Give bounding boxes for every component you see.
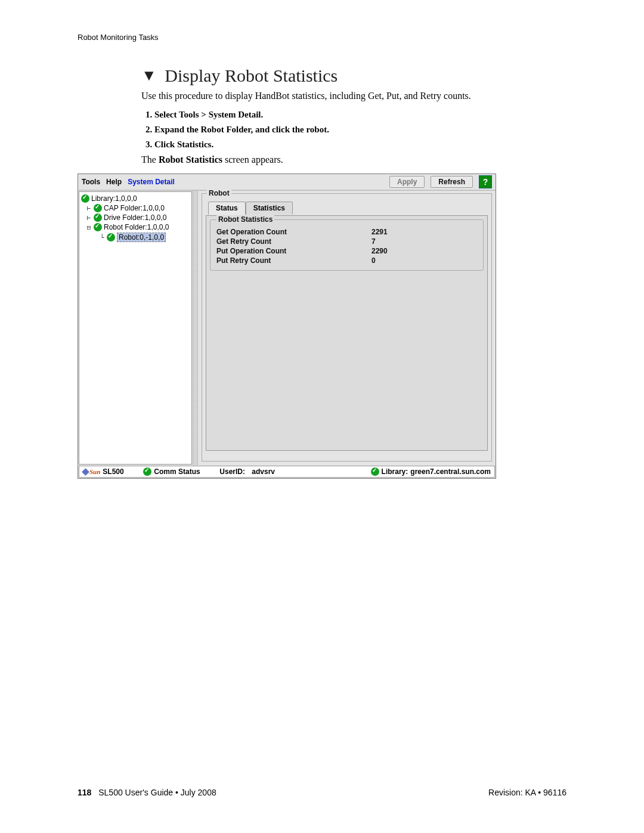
detail-panel: Robot Status Statistics Robot Statistics… bbox=[198, 191, 496, 465]
status-userid: UserID: advsrv bbox=[219, 467, 275, 476]
fieldset-legend: Robot bbox=[207, 189, 231, 197]
result-paragraph: The Robot Statistics screen appears. bbox=[141, 154, 566, 165]
apply-button[interactable]: Apply bbox=[389, 176, 425, 188]
menu-help[interactable]: Help bbox=[106, 178, 122, 186]
revision-info: Revision: KA • 96116 bbox=[488, 788, 566, 797]
tree-selected-label: Robot:0,-1,0,0 bbox=[117, 233, 166, 242]
help-icon[interactable]: ? bbox=[479, 175, 492, 188]
step-1: Select Tools > System Detail. bbox=[154, 110, 566, 120]
menubar: Tools Help System Detail Apply Refresh ? bbox=[78, 174, 496, 190]
stat-row: Put Operation Count 2290 bbox=[216, 246, 477, 256]
expand-icon[interactable]: ⊢ bbox=[86, 214, 92, 222]
steps-list: Select Tools > System Detail. Expand the… bbox=[141, 110, 566, 150]
caret-down-icon: ▼ bbox=[141, 67, 157, 85]
doc-title: SL500 User's Guide • July 2008 bbox=[98, 788, 216, 797]
page-footer: 118 SL500 User's Guide • July 2008 Revis… bbox=[78, 788, 566, 797]
expand-icon[interactable]: ⊢ bbox=[86, 205, 92, 212]
tab-status[interactable]: Status bbox=[208, 202, 246, 215]
step-2: Expand the Robot Folder, and click the r… bbox=[154, 125, 566, 135]
refresh-button[interactable]: Refresh bbox=[431, 176, 473, 188]
tree-library[interactable]: Library:1,0,0,0 bbox=[81, 194, 190, 203]
section-title: ▼ Display Robot Statistics bbox=[141, 66, 566, 86]
check-icon bbox=[94, 213, 102, 222]
tree-cap-folder[interactable]: ⊢ CAP Folder:1,0,0,0 bbox=[81, 203, 190, 213]
splitter-handle[interactable] bbox=[193, 191, 198, 465]
step-3: Click Statistics. bbox=[154, 140, 566, 150]
check-icon bbox=[81, 194, 89, 203]
status-library: Library:green7.central.sun.com bbox=[371, 467, 491, 476]
menu-system-detail[interactable]: System Detail bbox=[128, 178, 175, 186]
page-number: 118 bbox=[78, 788, 91, 797]
status-product: Sun SL500 bbox=[83, 467, 124, 476]
tree-panel[interactable]: Library:1,0,0,0 ⊢ CAP Folder:1,0,0,0 ⊢ D… bbox=[79, 191, 192, 465]
stats-group-title: Robot Statistics bbox=[216, 215, 274, 224]
tree-robot-node[interactable]: └ Robot:0,-1,0,0 bbox=[81, 232, 190, 243]
menu-tools[interactable]: Tools bbox=[82, 178, 100, 186]
tab-bar: Status Statistics bbox=[208, 201, 488, 214]
tree-drive-folder[interactable]: ⊢ Drive Folder:1,0,0,0 bbox=[81, 213, 190, 222]
sun-logo-icon: Sun bbox=[83, 468, 100, 475]
leaf-icon: └ bbox=[99, 234, 105, 241]
check-icon bbox=[94, 204, 102, 212]
status-comm: Comm Status bbox=[154, 467, 200, 476]
stat-row: Get Retry Count 7 bbox=[216, 237, 477, 246]
check-icon bbox=[143, 467, 151, 476]
check-icon bbox=[107, 233, 115, 241]
stat-row: Get Operation Count 2291 bbox=[216, 227, 477, 237]
check-icon bbox=[94, 223, 102, 231]
stat-row: Put Retry Count 0 bbox=[216, 256, 477, 265]
tree-robot-folder[interactable]: ⊟ Robot Folder:1,0,0,0 bbox=[81, 222, 190, 232]
statusbar: Sun SL500 Comm Status UserID: advsrv Lib… bbox=[79, 466, 495, 478]
running-header: Robot Monitoring Tasks bbox=[78, 33, 566, 42]
collapse-icon[interactable]: ⊟ bbox=[86, 224, 92, 231]
section-title-text: Display Robot Statistics bbox=[165, 66, 338, 85]
app-window: Tools Help System Detail Apply Refresh ?… bbox=[78, 174, 496, 479]
tab-statistics[interactable]: Statistics bbox=[246, 202, 293, 215]
statistics-panel: Robot Statistics Get Operation Count 229… bbox=[206, 215, 488, 451]
check-icon bbox=[371, 467, 379, 476]
intro-paragraph: Use this procedure to display HandBot st… bbox=[141, 91, 566, 101]
